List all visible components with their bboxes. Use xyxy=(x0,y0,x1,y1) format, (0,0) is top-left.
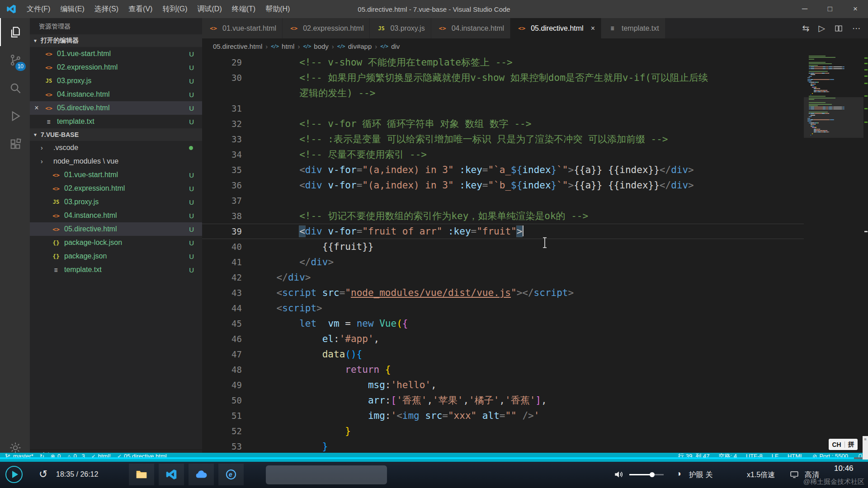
activitybar-files-explorer[interactable] xyxy=(0,18,30,46)
menu-item[interactable]: 查看(V) xyxy=(123,5,157,13)
code-line[interactable]: 47 data(){ xyxy=(202,347,804,362)
code-line[interactable]: 36 <div v-for="(a,index) in 3" :key="`b_… xyxy=(202,178,804,193)
code-line[interactable]: 50 arr:['香蕉','苹果','橘子','香蕉'], xyxy=(202,393,804,408)
activitybar-search[interactable] xyxy=(0,74,30,102)
volume-icon[interactable] xyxy=(613,469,625,480)
quality-icon[interactable] xyxy=(789,469,799,479)
breadcrumb-item[interactable]: html xyxy=(282,42,294,50)
tab-04.instance.html[interactable]: <>04.instance.html xyxy=(431,18,511,38)
tab-03.proxy.js[interactable]: JS03.proxy.js xyxy=(370,18,431,38)
code-line[interactable]: 39 <div v-for="fruit of arr" :key="fruit… xyxy=(202,224,804,239)
code-line[interactable]: 48 return { xyxy=(202,362,804,377)
volume-knob[interactable] xyxy=(650,472,655,477)
video-progress-bar[interactable] xyxy=(0,457,868,459)
code-line[interactable]: 41 </div> xyxy=(202,254,804,270)
split-editor-icon[interactable] xyxy=(834,24,843,33)
tree-folder[interactable]: ›node_modules \ vue xyxy=(30,155,202,168)
code-line[interactable]: 46 el:'#app', xyxy=(202,331,804,347)
play-button[interactable] xyxy=(5,466,23,483)
code-line[interactable]: 31 xyxy=(202,101,804,116)
files-explorer-icon xyxy=(9,25,22,39)
code-line[interactable]: 44 <script> xyxy=(202,300,804,316)
eye-protect-icon[interactable]: ◑ xyxy=(676,469,681,479)
open-editor-item[interactable]: JS03.proxy.jsU xyxy=(30,74,202,88)
open-editor-item[interactable]: <>01.vue-start.htmlU xyxy=(30,47,202,61)
menu-item[interactable]: 文件(F) xyxy=(22,5,55,13)
code-line[interactable]: 35 <div v-for="(a,index) in 3" :key="`a_… xyxy=(202,162,804,178)
code-line[interactable]: 32 <!-- v-for 循环 循环字符串 对象 数组 数字 --> xyxy=(202,116,804,131)
code-line[interactable]: 30 <!-- 如果用户频繁切换显示隐藏就使用v-show 如果控制dom是否产… xyxy=(202,70,804,85)
menu-item[interactable]: 选择(S) xyxy=(90,5,123,13)
compare-changes-icon[interactable]: ⇆ xyxy=(802,23,809,33)
minimap[interactable] xyxy=(804,54,863,462)
menu-item[interactable]: 终端(T) xyxy=(227,5,260,13)
code-line[interactable]: 逻辑的发生) --> xyxy=(202,85,804,101)
breadcrumb-item[interactable]: div xyxy=(391,42,400,50)
code-line[interactable]: 52 } xyxy=(202,423,804,439)
open-editors-header[interactable]: ▾ 打开的编辑器 xyxy=(30,34,202,47)
tree-folder[interactable]: ›.vscode xyxy=(30,141,202,155)
tree-file[interactable]: JS03.proxy.jsU xyxy=(30,195,202,209)
code-line[interactable]: 29 <!-- v-show 不能使用在template标签上 --> xyxy=(202,55,804,70)
eye-protect-toggle[interactable]: 护眼 关 xyxy=(689,470,712,480)
minimap-line xyxy=(806,115,863,116)
open-editor-item[interactable]: <>04.instance.htmlU xyxy=(30,88,202,101)
more-actions-icon[interactable]: ⋯ xyxy=(852,23,861,33)
breadcrumb-item[interactable]: body xyxy=(314,42,329,50)
tree-file[interactable]: <>05.directive.htmlU xyxy=(30,222,202,236)
tab-template.txt[interactable]: ≡template.txt xyxy=(601,18,665,38)
code-line[interactable]: 42 </div> xyxy=(202,270,804,285)
tree-file[interactable]: <>04.instance.htmlU xyxy=(30,209,202,222)
close-icon[interactable]: × xyxy=(30,104,43,112)
activitybar-source-control[interactable]: 10 xyxy=(0,46,30,74)
tree-file[interactable]: ≡template.txtU xyxy=(30,263,202,277)
code-line[interactable]: 49 msg:'hello', xyxy=(202,377,804,393)
taskbar-ie-browser: e xyxy=(218,464,244,485)
breadcrumb-item[interactable]: 05.directive.html xyxy=(213,42,262,50)
minimize-button[interactable]: ─ xyxy=(792,0,817,18)
playback-speed-button[interactable]: x1.5倍速 xyxy=(747,470,775,480)
menu-item[interactable]: 转到(G) xyxy=(157,5,192,13)
tree-file[interactable]: {}package.jsonU xyxy=(30,249,202,263)
code-line[interactable]: 51 img:'<img src="xxx" alt="" />' xyxy=(202,408,804,423)
tree-file[interactable]: <>01.vue-start.htmlU xyxy=(30,168,202,182)
project-header[interactable]: ▾ 7.VUE-BASE xyxy=(30,128,202,141)
tree-file[interactable]: <>02.expression.htmlU xyxy=(30,182,202,195)
replay-icon[interactable]: ↺ xyxy=(39,468,47,480)
minimap-line xyxy=(806,129,863,130)
open-editor-item[interactable]: ≡template.txtU xyxy=(30,115,202,128)
code-line[interactable]: 34 <!-- 尽量不要使用索引 --> xyxy=(202,147,804,162)
open-editor-item[interactable]: ×<>05.directive.htmlU xyxy=(30,101,202,115)
close-button[interactable]: × xyxy=(843,0,868,18)
line-number: 41 xyxy=(202,254,242,270)
file-name: 03.proxy.js xyxy=(64,198,189,206)
menu-item[interactable]: 编辑(E) xyxy=(55,5,89,13)
tab-02.expression.html[interactable]: <>02.expression.html xyxy=(283,18,370,38)
ime-indicator[interactable]: CH 拼 xyxy=(829,439,858,450)
line-number: 33 xyxy=(202,131,242,147)
code-line[interactable]: 40 {{fruit}} xyxy=(202,239,804,254)
badge: 10 xyxy=(15,62,26,71)
code-line[interactable]: 45 let vm = new Vue({ xyxy=(202,316,804,331)
code-editor[interactable]: 29 <!-- v-show 不能使用在template标签上 -->30 <!… xyxy=(202,54,868,462)
code-line[interactable]: 33 <!-- :表示是变量 可以给索引增加唯一标识 只是为了渲染不冲突 可以添… xyxy=(202,131,804,147)
run-icon[interactable]: ▷ xyxy=(818,23,825,33)
activitybar-extensions[interactable] xyxy=(0,130,30,158)
activitybar-run-debug[interactable] xyxy=(0,102,30,130)
maximize-button[interactable]: □ xyxy=(817,0,843,18)
code-text: <!-- 尽量不要使用索引 --> xyxy=(254,149,427,160)
breadcrumb-item[interactable]: div#app xyxy=(348,42,372,50)
code-line[interactable]: 37 xyxy=(202,193,804,208)
menu-item[interactable]: 调试(D) xyxy=(193,5,227,13)
tree-file[interactable]: {}package-lock.jsonU xyxy=(30,236,202,249)
tab-01.vue-start.html[interactable]: <>01.vue-start.html xyxy=(202,18,283,38)
tab-close-icon[interactable]: × xyxy=(591,24,595,33)
open-editor-item[interactable]: <>02.expression.htmlU xyxy=(30,61,202,74)
menu-item[interactable]: 帮助(H) xyxy=(260,5,295,13)
code-text: <!-- v-show 不能使用在template标签上 --> xyxy=(254,57,513,68)
code-line[interactable]: 38 <!-- 切记不要使用数组的索引作为key，如果单纯渲染是ok的 --> xyxy=(202,208,804,224)
code-line[interactable]: 43 <script src="node_modules/vue/dist/vu… xyxy=(202,285,804,300)
volume-slider[interactable] xyxy=(629,474,664,475)
tab-05.directive.html[interactable]: <>05.directive.html× xyxy=(510,18,601,38)
minimap-line xyxy=(806,84,863,84)
